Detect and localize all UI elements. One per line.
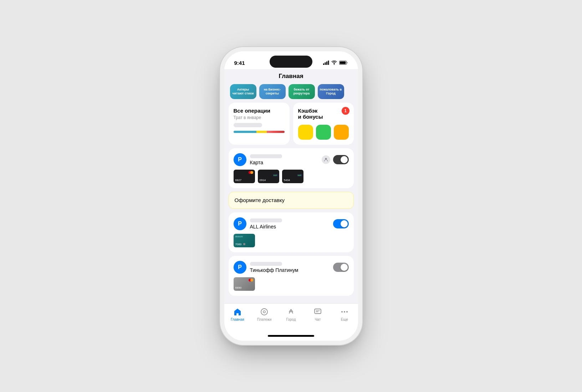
airlines-left: P ALL Airlines xyxy=(234,217,282,230)
account-left: P Карта xyxy=(234,153,282,166)
page-header: Главная xyxy=(224,69,358,83)
platinum-info: Тинькофф Платинум xyxy=(250,262,298,273)
stories-row[interactable]: Актеры читают стихи на Бизнес-секреты бе… xyxy=(224,83,358,103)
payments-icon xyxy=(260,307,269,316)
nav-label-home: Главная xyxy=(231,318,244,321)
operations-widget[interactable]: Все операции Трат в январе xyxy=(229,103,290,145)
mini-card-number-0914: 0914 xyxy=(260,179,266,182)
toggle-airlines[interactable] xyxy=(333,219,349,228)
nav-item-chat[interactable]: Чат xyxy=(307,307,328,321)
account-platinum-section[interactable]: P Тинькофф Платинум 6890 xyxy=(229,256,354,296)
platinum-amount-blur xyxy=(250,262,282,266)
svg-rect-6 xyxy=(340,62,346,64)
phone-content[interactable]: Главная Актеры читают стихи на Бизнес-се… xyxy=(224,69,358,303)
airlines-amount-blur xyxy=(250,218,282,222)
p-icon-platinum: P xyxy=(234,261,246,274)
platinum-header: P Тинькофф Платинум xyxy=(234,261,349,274)
cashback-badge: 1 xyxy=(342,107,349,115)
svg-rect-0 xyxy=(323,63,324,65)
airlines-card-7060[interactable]: ИНКОП 7060 xyxy=(234,234,255,247)
airlines-info: ALL Airlines xyxy=(250,218,282,229)
svg-point-9 xyxy=(263,311,265,313)
mini-card-5404[interactable]: 5404 МИР xyxy=(282,170,303,183)
cards-row-card[interactable]: 6827 0914 МИР xyxy=(234,170,349,183)
operations-amount xyxy=(234,123,262,127)
story-label-3: пожаловать в Город xyxy=(320,88,342,96)
svg-rect-2 xyxy=(326,62,327,65)
cashback-dot-yellow[interactable] xyxy=(298,125,313,140)
home-icon xyxy=(233,307,242,316)
cards-row-airlines[interactable]: ИНКОП 7060 xyxy=(234,234,349,247)
mini-card-number-5404: 5404 xyxy=(284,179,290,182)
operations-subtitle: Трат в январе xyxy=(234,115,285,120)
svg-point-11 xyxy=(341,311,343,313)
nav-label-chat: Чат xyxy=(315,318,321,321)
story-item-2[interactable]: бежать от рекрутера xyxy=(289,84,315,99)
account-name-card: Карта xyxy=(250,160,282,165)
mastercard-logo-6827 xyxy=(249,171,254,175)
platinum-card-number: 6890 xyxy=(235,286,242,289)
story-label-0: Актеры читают стихи xyxy=(232,88,254,96)
airlines-header: P ALL Airlines xyxy=(234,217,349,230)
story-item-1[interactable]: на Бизнес-секреты xyxy=(259,84,286,99)
mini-card-6827[interactable]: 6827 xyxy=(234,170,255,183)
airlines-name: ALL Airlines xyxy=(250,224,282,229)
cashback-dot-orange[interactable] xyxy=(334,125,349,140)
widgets-row: Все операции Трат в январе Кэшбэк и бону… xyxy=(229,103,354,145)
toggle-card[interactable] xyxy=(333,155,349,164)
phone-shell: 9:41 xyxy=(224,51,358,341)
operations-title: Все операции xyxy=(234,108,285,114)
status-bar: 9:41 xyxy=(224,51,358,69)
story-label-2: бежать от рекрутера xyxy=(291,88,313,96)
mastercard-logo-platinum xyxy=(249,279,254,282)
platinum-card-6890[interactable]: 6890 xyxy=(234,277,255,291)
toggle-platinum[interactable] xyxy=(333,263,349,272)
signal-icon xyxy=(323,61,329,65)
mir-logo-0914: МИР xyxy=(273,171,278,175)
delivery-banner[interactable]: Оформите доставку xyxy=(229,192,354,209)
nav-label-more: Еще xyxy=(341,318,348,321)
nav-item-home[interactable]: Главная xyxy=(227,307,248,321)
cashback-dot-green[interactable] xyxy=(316,125,331,140)
cashback-dots xyxy=(298,125,349,140)
home-indicator xyxy=(224,333,358,341)
account-card-section[interactable]: P Карта xyxy=(229,148,354,188)
svg-point-7 xyxy=(325,158,327,160)
nav-item-city[interactable]: Город xyxy=(280,307,302,321)
mini-card-0914[interactable]: 0914 МИР xyxy=(258,170,279,183)
nav-label-city: Город xyxy=(286,318,296,321)
svg-rect-3 xyxy=(328,61,329,65)
page-title: Главная xyxy=(279,73,303,79)
operations-bar xyxy=(234,131,285,133)
platinum-right xyxy=(333,263,349,272)
story-label-1: на Бизнес-секреты xyxy=(261,88,284,96)
svg-rect-1 xyxy=(325,62,326,65)
story-item-0[interactable]: Актеры читают стихи xyxy=(230,84,256,99)
svg-rect-10 xyxy=(315,309,321,314)
nav-item-payments[interactable]: Платежи xyxy=(254,307,275,321)
chat-icon xyxy=(313,307,322,316)
status-time: 9:41 xyxy=(234,60,245,66)
nav-item-more[interactable]: Еще xyxy=(334,307,355,321)
account-amount-blur-card xyxy=(250,154,282,158)
account-info-card: Карта xyxy=(250,154,282,165)
airlines-right xyxy=(333,219,349,228)
story-item-3[interactable]: пожаловать в Город xyxy=(318,84,344,99)
svg-point-8 xyxy=(261,309,267,315)
wifi-icon xyxy=(331,61,337,65)
person-icon-card[interactable] xyxy=(322,155,330,164)
cashback-title: Кэшбэк и бонусы xyxy=(298,108,349,120)
bottom-spacer xyxy=(224,299,358,303)
airlines-card-label: ИНКОП xyxy=(235,236,243,238)
nav-label-payments: Платежи xyxy=(257,318,272,321)
airlines-card-number: 7060 xyxy=(235,243,245,246)
status-icons xyxy=(323,61,348,65)
cashback-widget[interactable]: Кэшбэк и бонусы 1 xyxy=(293,103,354,145)
account-airlines-section[interactable]: P ALL Airlines ИНКОП 7060 xyxy=(229,212,354,252)
cards-row-platinum[interactable]: 6890 xyxy=(234,277,349,291)
p-icon-card: P xyxy=(234,153,246,166)
svg-point-12 xyxy=(344,311,345,313)
battery-icon xyxy=(339,61,348,65)
mini-card-number-6827: 6827 xyxy=(235,179,242,182)
home-bar xyxy=(268,335,314,337)
